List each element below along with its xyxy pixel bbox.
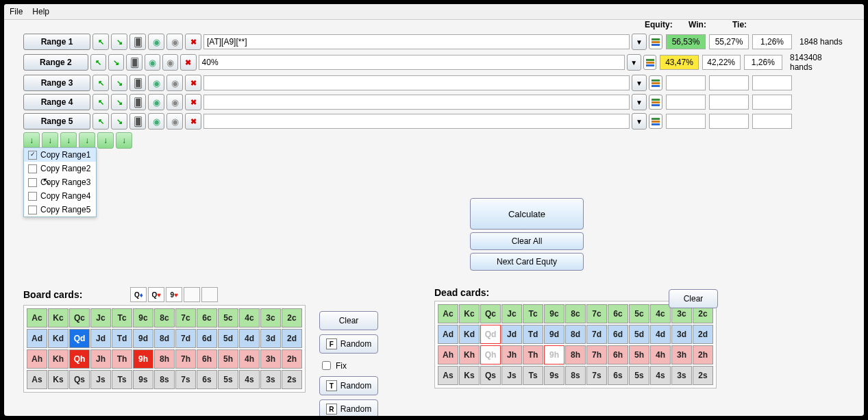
copy-down-button-3[interactable]: ↓ xyxy=(60,132,77,149)
card-3d[interactable]: 3d xyxy=(260,329,281,348)
card-5h[interactable]: 5h xyxy=(218,349,238,369)
color-levels-icon[interactable] xyxy=(649,34,662,49)
board-mini-empty[interactable] xyxy=(184,287,200,302)
range-input-5[interactable] xyxy=(203,114,630,129)
card-7s[interactable]: 7s xyxy=(586,366,607,385)
card-Kc[interactable]: Kc xyxy=(459,304,480,323)
card-3h[interactable]: 3h xyxy=(260,349,281,369)
card-2s[interactable]: 2s xyxy=(693,366,713,385)
card-3s[interactable]: 3s xyxy=(260,370,281,389)
card-9d[interactable]: 9d xyxy=(133,329,153,348)
card-Ad[interactable]: Ad xyxy=(27,329,47,348)
range-input-1[interactable] xyxy=(203,34,630,49)
card-Ks[interactable]: Ks xyxy=(459,366,480,385)
card-9c[interactable]: 9c xyxy=(133,308,153,328)
delete-icon[interactable]: ✖ xyxy=(185,34,201,50)
delete-icon[interactable]: ✖ xyxy=(185,113,201,129)
card-3c[interactable]: 3c xyxy=(260,308,281,328)
card-5s[interactable]: 5s xyxy=(218,370,238,389)
card-4s[interactable]: 4s xyxy=(239,370,260,389)
card-Jd[interactable]: Jd xyxy=(90,329,111,348)
import-icon[interactable]: ↖ xyxy=(90,54,106,71)
card-2h[interactable]: 2h xyxy=(282,349,302,369)
river-random-button[interactable]: R Random xyxy=(319,399,378,416)
card-picker-icon[interactable]: 🂠 xyxy=(126,54,142,71)
card-Kh[interactable]: Kh xyxy=(459,345,480,365)
card-3s[interactable]: 3s xyxy=(671,366,692,385)
card-Ks[interactable]: Ks xyxy=(48,370,69,389)
eye-icon[interactable]: ◉ xyxy=(166,75,183,91)
card-Kc[interactable]: Kc xyxy=(48,308,69,328)
turn-random-button[interactable]: T Random xyxy=(319,376,378,395)
card-Jh[interactable]: Jh xyxy=(501,345,522,365)
chevron-down-icon[interactable]: ▼ xyxy=(627,54,641,71)
color-levels-icon[interactable] xyxy=(643,55,657,70)
card-2d[interactable]: 2d xyxy=(282,329,302,348)
card-8d[interactable]: 8d xyxy=(565,325,586,344)
card-6s[interactable]: 6s xyxy=(197,370,217,389)
calculate-button[interactable]: Calculate xyxy=(470,198,584,230)
range-button-5[interactable]: Range 5 xyxy=(23,113,90,129)
card-9c[interactable]: 9c xyxy=(544,304,565,323)
card-4h[interactable]: 4h xyxy=(239,349,260,369)
delete-icon[interactable]: ✖ xyxy=(180,54,196,71)
card-6h[interactable]: 6h xyxy=(608,345,628,365)
card-picker-icon[interactable]: 🂠 xyxy=(129,75,146,91)
import-icon[interactable]: ↖ xyxy=(92,34,109,50)
card-6c[interactable]: 6c xyxy=(608,304,628,323)
card-5c[interactable]: 5c xyxy=(629,304,649,323)
copy-range-item-1[interactable]: ✓Copy Range1 xyxy=(24,148,96,162)
card-Qc[interactable]: Qc xyxy=(69,308,90,328)
card-picker-icon[interactable]: 🂠 xyxy=(129,113,146,129)
card-6c[interactable]: 6c xyxy=(197,308,217,328)
eye-highlight-icon[interactable]: ◉ xyxy=(148,75,164,91)
copy-range-item-4[interactable]: Copy Range4 xyxy=(24,189,96,203)
card-7c[interactable]: 7c xyxy=(586,304,607,323)
card-Ts[interactable]: Ts xyxy=(523,366,543,385)
copy-down-button-1[interactable]: ↓ xyxy=(23,132,40,149)
export-icon[interactable]: ↘ xyxy=(111,34,127,50)
card-Qs[interactable]: Qs xyxy=(480,366,501,385)
card-Jd[interactable]: Jd xyxy=(501,325,522,344)
card-Qd[interactable]: Qd xyxy=(69,329,90,348)
card-4c[interactable]: 4c xyxy=(650,304,671,323)
card-picker-icon[interactable]: 🂠 xyxy=(129,34,146,50)
card-2d[interactable]: 2d xyxy=(693,325,713,344)
card-6d[interactable]: 6d xyxy=(197,329,217,348)
card-Kd[interactable]: Kd xyxy=(459,325,480,344)
card-8c[interactable]: 8c xyxy=(154,308,175,328)
card-9s[interactable]: 9s xyxy=(133,370,153,389)
card-As[interactable]: As xyxy=(438,366,458,385)
range-button-1[interactable]: Range 1 xyxy=(23,34,90,50)
card-8d[interactable]: 8d xyxy=(154,329,175,348)
clear-all-button[interactable]: Clear All xyxy=(470,232,584,250)
fix-checkbox[interactable] xyxy=(322,361,331,370)
card-7s[interactable]: 7s xyxy=(175,370,196,389)
color-levels-icon[interactable] xyxy=(649,75,662,90)
card-Kd[interactable]: Kd xyxy=(48,329,69,348)
card-8c[interactable]: 8c xyxy=(565,304,586,323)
card-4h[interactable]: 4h xyxy=(650,345,671,365)
card-2s[interactable]: 2s xyxy=(282,370,302,389)
next-card-equity-button[interactable]: Next Card Equty xyxy=(470,253,584,271)
copy-down-button-2[interactable]: ↓ xyxy=(42,132,58,149)
card-Kh[interactable]: Kh xyxy=(48,349,69,369)
board-mini-card[interactable]: Q♦ xyxy=(130,287,147,302)
card-Qc[interactable]: Qc xyxy=(480,304,501,323)
import-icon[interactable]: ↖ xyxy=(92,94,109,110)
card-5s[interactable]: 5s xyxy=(629,366,649,385)
card-7c[interactable]: 7c xyxy=(175,308,196,328)
card-8h[interactable]: 8h xyxy=(565,345,586,365)
delete-icon[interactable]: ✖ xyxy=(185,75,201,91)
card-Qd[interactable]: Qd xyxy=(480,325,501,344)
eye-highlight-icon[interactable]: ◉ xyxy=(148,94,164,110)
card-Qs[interactable]: Qs xyxy=(69,370,90,389)
range-input-3[interactable] xyxy=(203,75,630,90)
export-icon[interactable]: ↘ xyxy=(108,54,124,71)
eye-icon[interactable]: ◉ xyxy=(166,113,183,129)
chevron-down-icon[interactable]: ▼ xyxy=(632,94,647,110)
chevron-down-icon[interactable]: ▼ xyxy=(632,34,647,50)
card-Jh[interactable]: Jh xyxy=(90,349,111,369)
card-5d[interactable]: 5d xyxy=(629,325,649,344)
card-9h[interactable]: 9h xyxy=(544,345,565,365)
